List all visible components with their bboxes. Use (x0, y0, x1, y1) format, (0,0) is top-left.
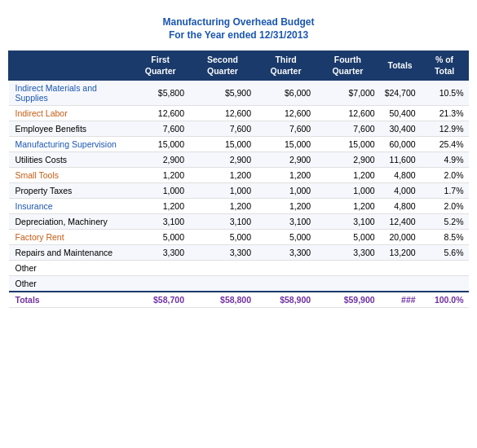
row-label: Other (9, 276, 132, 292)
totals-pct: 100.0% (421, 292, 469, 308)
row-label: Insurance (9, 199, 132, 214)
row-q1 (132, 276, 189, 292)
row-q2: 3,300 (189, 245, 256, 261)
row-q4: 7,600 (316, 121, 379, 137)
row-q2: 12,600 (189, 106, 256, 121)
row-q3: 5,000 (256, 230, 316, 245)
row-pct: 12.9% (421, 121, 469, 137)
row-q3: 7,600 (256, 121, 316, 137)
row-q1: 1,200 (132, 199, 189, 214)
row-pct: 2.0% (421, 168, 469, 183)
row-total (380, 261, 421, 276)
table-row: Repairs and Maintenance 3,300 3,300 3,30… (9, 245, 469, 261)
row-q4 (316, 261, 379, 276)
header-label (9, 51, 132, 81)
row-label: Depreciation, Machinery (9, 214, 132, 230)
row-pct: 4.9% (421, 152, 469, 168)
row-q1: 1,000 (132, 183, 189, 199)
row-q1: 5,000 (132, 230, 189, 245)
row-label: Indirect Labor (9, 106, 132, 121)
header-q3: Third Quarter (256, 51, 316, 81)
row-q4: 1,200 (316, 168, 379, 183)
row-label: Small Tools (9, 168, 132, 183)
row-total: 50,400 (380, 106, 421, 121)
row-label: Property Taxes (9, 183, 132, 199)
row-total: $24,700 (380, 81, 421, 106)
row-q4: 2,900 (316, 152, 379, 168)
budget-table: First Quarter Second Quarter Third Quart… (8, 51, 469, 308)
row-total: 60,000 (380, 137, 421, 152)
table-row: Small Tools 1,200 1,200 1,200 1,200 4,80… (9, 168, 469, 183)
row-q1: 15,000 (132, 137, 189, 152)
row-total: 12,400 (380, 214, 421, 230)
row-q1: 12,600 (132, 106, 189, 121)
table-row: Indirect Materials and Supplies $5,800 $… (9, 81, 469, 106)
row-q2: 15,000 (189, 137, 256, 152)
row-total: 4,800 (380, 199, 421, 214)
row-q3 (256, 276, 316, 292)
header-q4: Fourth Quarter (316, 51, 379, 81)
table-row: Other (9, 261, 469, 276)
row-label: Factory Rent (9, 230, 132, 245)
page-container: Manufacturing Overhead Budget For the Ye… (8, 16, 469, 308)
row-q2: $5,900 (189, 81, 256, 106)
row-q1: 3,100 (132, 214, 189, 230)
row-pct: 5.2% (421, 214, 469, 230)
header-q1: First Quarter (132, 51, 189, 81)
header-q2: Second Quarter (189, 51, 256, 81)
table-row: Employee Benefits 7,600 7,600 7,600 7,60… (9, 121, 469, 137)
row-label: Employee Benefits (9, 121, 132, 137)
row-total: 4,000 (380, 183, 421, 199)
totals-row: Totals $58,700 $58,800 $58,900 $59,900 #… (9, 292, 469, 308)
title-main: Manufacturing Overhead Budget (8, 16, 469, 28)
row-q4: 3,300 (316, 245, 379, 261)
row-q3: 1,200 (256, 168, 316, 183)
row-q4: 15,000 (316, 137, 379, 152)
row-q3 (256, 261, 316, 276)
row-label: Repairs and Maintenance (9, 245, 132, 261)
row-label: Manufacturing Supervision (9, 137, 132, 152)
header-row: First Quarter Second Quarter Third Quart… (9, 51, 469, 81)
table-row: Property Taxes 1,000 1,000 1,000 1,000 4… (9, 183, 469, 199)
row-pct: 1.7% (421, 183, 469, 199)
row-pct: 10.5% (421, 81, 469, 106)
row-label: Other (9, 261, 132, 276)
row-q4: 1,000 (316, 183, 379, 199)
row-pct: 2.0% (421, 199, 469, 214)
row-q1: 2,900 (132, 152, 189, 168)
row-total: 4,800 (380, 168, 421, 183)
row-pct: 21.3% (421, 106, 469, 121)
row-pct: 25.4% (421, 137, 469, 152)
row-pct: 5.6% (421, 245, 469, 261)
row-q2: 2,900 (189, 152, 256, 168)
row-q2 (189, 276, 256, 292)
row-q4: 3,100 (316, 214, 379, 230)
row-total: 30,400 (380, 121, 421, 137)
row-total (380, 276, 421, 292)
row-q4: 12,600 (316, 106, 379, 121)
row-q2: 1,000 (189, 183, 256, 199)
row-q3: $6,000 (256, 81, 316, 106)
row-q4 (316, 276, 379, 292)
totals-total: ### (380, 292, 421, 308)
totals-label: Totals (9, 292, 132, 308)
table-row: Factory Rent 5,000 5,000 5,000 5,000 20,… (9, 230, 469, 245)
row-q2: 5,000 (189, 230, 256, 245)
totals-q1: $58,700 (132, 292, 189, 308)
row-total: 11,600 (380, 152, 421, 168)
table-row: Manufacturing Supervision 15,000 15,000 … (9, 137, 469, 152)
row-pct (421, 261, 469, 276)
row-pct (421, 276, 469, 292)
header-totals: Totals (380, 51, 421, 81)
row-q3: 15,000 (256, 137, 316, 152)
row-q2: 3,100 (189, 214, 256, 230)
row-total: 20,000 (380, 230, 421, 245)
row-q4: 5,000 (316, 230, 379, 245)
title-sub: For the Year ended 12/31/2013 (8, 29, 469, 41)
row-q2: 1,200 (189, 199, 256, 214)
totals-q2: $58,800 (189, 292, 256, 308)
row-q1: 3,300 (132, 245, 189, 261)
totals-q4: $59,900 (316, 292, 379, 308)
row-q3: 1,200 (256, 199, 316, 214)
table-row: Insurance 1,200 1,200 1,200 1,200 4,800 … (9, 199, 469, 214)
